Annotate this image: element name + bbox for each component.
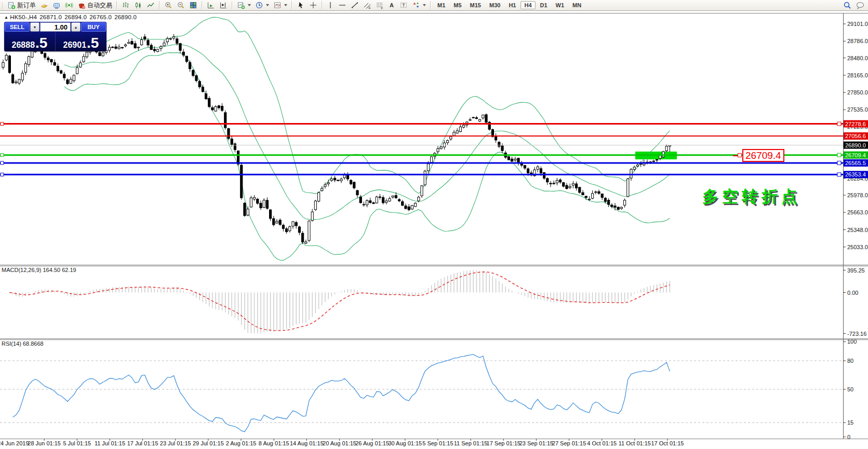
search-icon[interactable]	[843, 1, 851, 9]
time-axis-label: 17 Sep 01:15	[487, 440, 520, 446]
annotation-cn-text[interactable]: 多空转折点	[702, 186, 801, 208]
timeframe-button-MN[interactable]: MN	[569, 1, 585, 9]
bar-chart-button[interactable]	[119, 0, 132, 10]
new-chart-button[interactable]	[235, 0, 253, 10]
zoom-out-icon	[177, 1, 185, 9]
buy-button[interactable]: BUY	[81, 22, 106, 32]
sell-button[interactable]: SELL	[5, 22, 30, 32]
annotation-marker-square	[738, 153, 742, 157]
auto-scroll-button[interactable]	[205, 0, 217, 10]
toolbar-standard-group: 新订单 自动交易	[0, 0, 115, 10]
rsi-indicator-label: RSI(14) 68.8668	[2, 341, 44, 347]
channel-button[interactable]: E	[361, 0, 373, 10]
svg-text:27850.0: 27850.0	[847, 89, 868, 96]
svg-text:F: F	[381, 7, 383, 10]
crosshair-button[interactable]	[307, 0, 319, 10]
svg-text:25348.0: 25348.0	[847, 227, 868, 233]
cursor-button[interactable]	[295, 0, 307, 10]
toolbar-separator	[430, 1, 431, 9]
dropdown-caret-icon	[423, 4, 426, 6]
candlestick-chart-button[interactable]	[132, 0, 144, 10]
horizontal-line-button[interactable]	[336, 0, 349, 10]
new-order-button[interactable]: 新订单	[5, 0, 38, 11]
annotation-price-box[interactable]: 26709.4	[742, 149, 784, 162]
toolbar: 新订单 自动交易	[0, 0, 868, 11]
timeframe-button-H4[interactable]: H4	[520, 1, 535, 9]
sell-price[interactable]: 26888.5	[4, 32, 55, 51]
vertical-line-button[interactable]	[325, 0, 336, 10]
svg-text:15: 15	[847, 419, 853, 426]
volume-increase-button[interactable]: ▲	[71, 22, 81, 32]
toolbar-right-icons	[843, 1, 868, 9]
svg-text:0: 0	[847, 434, 850, 440]
svg-text:25663.0: 25663.0	[847, 209, 868, 215]
hosting-button[interactable]	[50, 0, 63, 10]
toolbar-scroll-group	[204, 0, 231, 10]
arrows-icon	[412, 1, 420, 9]
fibonacci-button[interactable]: F	[373, 0, 386, 10]
dropdown-caret-icon	[266, 4, 269, 6]
timeframe-button-M30[interactable]: M30	[486, 1, 504, 9]
timeframe-button-M1[interactable]: M1	[434, 1, 449, 9]
dropdown-caret-icon	[248, 4, 251, 6]
chat-icon[interactable]	[856, 1, 865, 9]
time-axis-label: 11 Oct 01:15	[619, 440, 651, 446]
svg-text:27535.0: 27535.0	[847, 106, 868, 113]
svg-text:28165.0: 28165.0	[847, 72, 868, 78]
toolbar-separator	[202, 1, 203, 9]
timeframe-button-M15[interactable]: M15	[466, 1, 485, 9]
bar-chart-icon	[122, 1, 130, 9]
time-axis-label: 23 Jul 01:15	[160, 440, 191, 446]
text-label-button[interactable]: T	[397, 0, 410, 10]
signals-button[interactable]	[63, 0, 75, 10]
new-chart-icon	[237, 1, 245, 9]
svg-text:25033.0: 25033.0	[847, 244, 868, 250]
collapse-triangle-icon[interactable]: ▲	[4, 15, 8, 20]
chart-canvas: 29101.028786.028480.028165.027850.027535…	[0, 0, 868, 449]
auto-scroll-icon	[207, 1, 215, 9]
line-chart-button[interactable]	[144, 0, 157, 10]
chart-title-ohlc: ▲HK50-,H426871.026894.026765.026890.0	[4, 14, 139, 20]
ohlc-high: 26894.0	[64, 14, 87, 20]
period-presets-button[interactable]	[253, 0, 271, 10]
timeframe-button-W1[interactable]: W1	[552, 1, 568, 9]
volume-input[interactable]: 1.00	[40, 22, 71, 32]
time-axis-label: 2 Aug 01:15	[226, 440, 257, 446]
timeframe-button-D1[interactable]: D1	[537, 1, 551, 9]
time-axis-label: 17 Jul 01:15	[127, 440, 158, 446]
price-chip-27056.6: 27056.6	[845, 133, 866, 139]
zoom-in-button[interactable]	[162, 0, 175, 10]
svg-text:T: T	[402, 3, 405, 8]
zoom-in-icon	[164, 1, 172, 9]
trendline-button[interactable]	[349, 0, 361, 10]
chart-shift-icon	[219, 1, 228, 9]
buy-price[interactable]: 26901.5	[56, 32, 106, 51]
signal-waves-icon	[65, 1, 73, 9]
arrows-button[interactable]	[410, 0, 428, 10]
toolbar-separator	[232, 1, 233, 9]
timeframe-button-M5[interactable]: M5	[450, 1, 465, 9]
time-axis-label: 26 Aug 01:15	[355, 440, 389, 446]
timeframe-button-H1[interactable]: H1	[505, 1, 519, 9]
text-button[interactable]: A	[386, 0, 397, 10]
ohlc-low: 26765.0	[89, 14, 112, 20]
autotrading-button[interactable]: 自动交易	[75, 0, 114, 11]
svg-text:395.25: 395.25	[847, 267, 865, 274]
tile-windows-button[interactable]	[187, 0, 199, 10]
time-axis-label: 27 Sep 01:15	[552, 440, 586, 446]
market-button[interactable]	[38, 0, 50, 10]
indicators-button[interactable]	[271, 0, 289, 10]
volume-decrease-button[interactable]: ▼	[30, 22, 39, 32]
gold-bar-icon	[40, 1, 48, 9]
time-axis-label: 30 Aug 01:15	[388, 440, 422, 446]
time-axis-label: 14 Aug 01:15	[290, 440, 324, 446]
fibonacci-icon: F	[376, 1, 384, 9]
chart-shift-button[interactable]	[217, 0, 230, 10]
toolbar-separator	[291, 1, 292, 9]
svg-text:100: 100	[847, 338, 857, 345]
equidistant-channel-icon: E	[363, 1, 371, 9]
svg-text:28480.0: 28480.0	[847, 55, 868, 61]
time-axis-label: 8 Aug 01:15	[259, 440, 289, 446]
price-chip-26353.4: 26353.4	[845, 171, 866, 178]
zoom-out-button[interactable]	[175, 0, 187, 10]
